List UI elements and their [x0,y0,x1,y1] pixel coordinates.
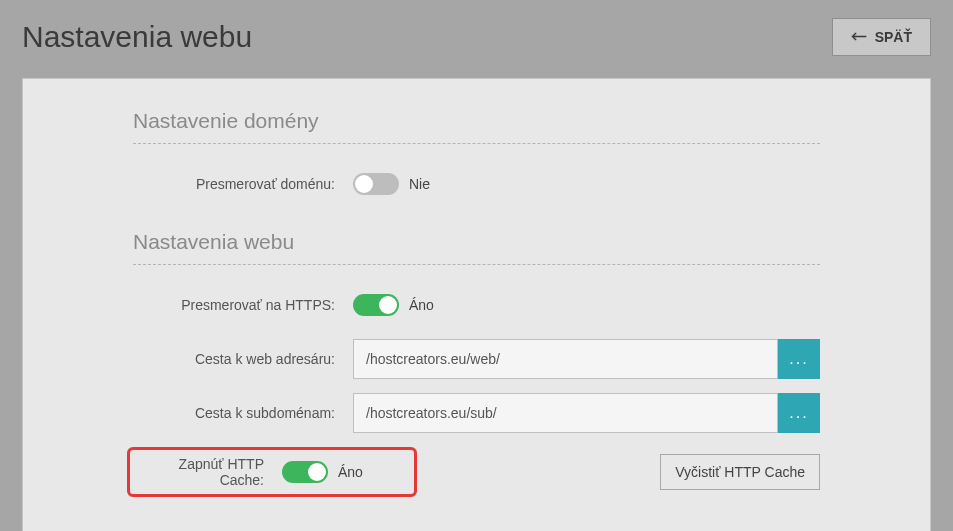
row-sub-path: Cesta k subdoménam: ... [133,393,820,433]
section-domain-title: Nastavenie domény [133,109,820,144]
toggle-redirect-https[interactable] [353,294,399,316]
ellipsis-icon: ... [789,350,808,368]
row-web-path: Cesta k web adresáru: ... [133,339,820,379]
label-redirect-domain: Presmerovať doménu: [133,176,353,192]
row-http-cache-highlight: Zapnúť HTTP Cache: Áno [127,447,417,497]
toggle-http-cache-value: Áno [338,464,363,480]
row-redirect-domain: Presmerovať doménu: Nie [133,164,820,204]
toggle-http-cache[interactable] [282,461,328,483]
arrow-left-icon: 🡐 [851,29,867,45]
toggle-redirect-domain-value: Nie [409,176,430,192]
settings-panel: Nastavenie domény Presmerovať doménu: Ni… [22,78,931,531]
toggle-redirect-https-value: Áno [409,297,434,313]
input-sub-path[interactable] [353,393,778,433]
ellipsis-icon: ... [789,404,808,422]
browse-web-path-button[interactable]: ... [778,339,820,379]
page-title: Nastavenia webu [22,20,252,54]
browse-sub-path-button[interactable]: ... [778,393,820,433]
section-web-title: Nastavenia webu [133,230,820,265]
input-web-path[interactable] [353,339,778,379]
clear-http-cache-button[interactable]: Vyčistiť HTTP Cache [660,454,820,490]
label-sub-path: Cesta k subdoménam: [133,405,353,421]
label-http-cache: Zapnúť HTTP Cache: [132,456,282,488]
section-domain: Nastavenie domény Presmerovať doménu: Ni… [133,109,820,204]
toggle-redirect-domain[interactable] [353,173,399,195]
label-redirect-https: Presmerovať na HTTPS: [133,297,353,313]
back-button-label: SPÄŤ [875,29,912,45]
label-web-path: Cesta k web adresáru: [133,351,353,367]
row-redirect-https: Presmerovať na HTTPS: Áno [133,285,820,325]
back-button[interactable]: 🡐 SPÄŤ [832,18,931,56]
section-web: Nastavenia webu Presmerovať na HTTPS: Án… [133,230,820,497]
page-header: Nastavenia webu 🡐 SPÄŤ [22,18,931,56]
